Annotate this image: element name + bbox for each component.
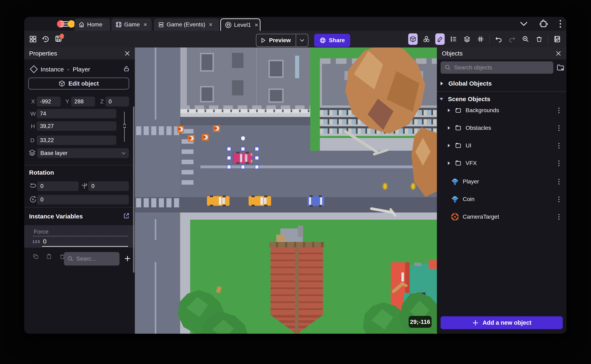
scene-editor-canvas[interactable]: 29;-116 <box>135 47 437 334</box>
tab-game[interactable]: Game × <box>112 19 152 31</box>
scene-properties-icon[interactable] <box>552 33 562 45</box>
view-3d-icon[interactable] <box>408 33 418 45</box>
edit-pencil-icon[interactable] <box>435 33 445 45</box>
variable-value[interactable]: 0 <box>43 238 46 245</box>
undo-icon[interactable] <box>494 33 503 45</box>
extensions-icon[interactable] <box>539 19 548 28</box>
crate-obstacle[interactable] <box>202 134 209 141</box>
objects-search-input[interactable]: Search objects <box>441 61 553 74</box>
search-icon <box>445 65 451 71</box>
rotation-y-input[interactable]: 0 <box>88 181 129 191</box>
row-menu-icon[interactable] <box>558 196 559 202</box>
traffic-light-minimize[interactable] <box>68 20 75 28</box>
layers-icon[interactable] <box>462 33 472 45</box>
row-menu-icon[interactable] <box>558 143 559 149</box>
instances-list-icon[interactable] <box>449 33 458 45</box>
link-whd-icon[interactable] <box>122 123 127 129</box>
rotation-z-input[interactable]: 0 <box>37 195 129 205</box>
h-input[interactable]: 39,27 <box>37 121 116 131</box>
coin[interactable] <box>382 183 388 190</box>
objects-panel: Objects Search objects Global Objects Sc… <box>437 47 566 334</box>
selection-handle[interactable] <box>227 147 231 151</box>
object-row-player[interactable]: Player <box>437 175 566 189</box>
layer-select[interactable]: Base layer <box>37 148 129 158</box>
folder-row-ui[interactable]: UI <box>437 138 566 153</box>
tab-home[interactable]: Home <box>74 19 110 31</box>
preview-button[interactable]: Preview <box>256 34 308 47</box>
crate-obstacle[interactable] <box>188 135 194 142</box>
folder-row-vfx[interactable]: VFX <box>437 156 566 170</box>
objects-cubes-icon[interactable] <box>422 33 431 45</box>
taxi-car[interactable] <box>207 195 230 206</box>
kebab-menu-icon[interactable] <box>560 20 561 28</box>
taxi-car[interactable] <box>249 195 271 206</box>
zoom-in-icon[interactable] <box>521 33 530 45</box>
d-input[interactable]: 33,22 <box>37 136 116 145</box>
selection-handle[interactable] <box>227 165 231 169</box>
tab-game-events[interactable]: Game (Events) × <box>154 19 219 31</box>
copy-icon[interactable] <box>33 254 39 260</box>
crate-obstacle[interactable] <box>177 126 184 133</box>
selection-handle[interactable] <box>255 147 259 151</box>
open-variables-icon[interactable] <box>123 213 130 219</box>
row-menu-icon[interactable] <box>558 161 559 166</box>
row-menu-icon[interactable] <box>558 125 559 131</box>
variable-name[interactable]: Force <box>34 228 49 235</box>
variables-search-input[interactable]: Searc... <box>64 252 120 266</box>
scrollbar-thumb[interactable] <box>133 106 134 273</box>
unlock-icon[interactable] <box>123 65 130 72</box>
object-row-coin[interactable]: Coin <box>437 192 566 206</box>
row-menu-icon[interactable] <box>558 214 559 220</box>
add-object-button[interactable]: Add a new object <box>441 316 563 329</box>
w-input[interactable]: 74 <box>37 109 116 118</box>
selection-handle[interactable] <box>255 156 259 160</box>
add-variable-icon[interactable] <box>124 255 131 262</box>
z-label: Z <box>100 98 104 105</box>
variable-row[interactable]: Force 123 0 <box>24 225 135 248</box>
tab-close-icon[interactable]: × <box>143 21 147 28</box>
player-car-selected[interactable] <box>232 151 253 164</box>
close-icon[interactable] <box>555 50 562 57</box>
crosswalk-bar <box>182 170 193 175</box>
grid-icon[interactable] <box>476 33 485 45</box>
object-row-cameratarget[interactable]: CameraTarget <box>437 210 566 224</box>
z-input[interactable]: 0 <box>105 97 129 106</box>
rotation-x-input[interactable]: 0 <box>37 181 79 191</box>
menu-icon[interactable] <box>60 21 68 27</box>
selection-handle[interactable] <box>227 156 231 160</box>
close-icon[interactable] <box>124 50 131 57</box>
link-line <box>124 129 125 142</box>
paste-icon[interactable] <box>46 254 52 260</box>
tab-level1[interactable]: Level1 × <box>220 19 260 31</box>
rotate-handle[interactable] <box>241 136 245 140</box>
selection-handle[interactable] <box>241 147 245 151</box>
blue-car[interactable] <box>307 195 324 207</box>
crate-obstacle[interactable] <box>213 125 220 132</box>
chevron-down-icon[interactable] <box>520 21 528 26</box>
global-objects-group[interactable]: Global Objects <box>437 78 566 89</box>
share-button[interactable]: Share <box>314 34 350 47</box>
layout-icon[interactable] <box>29 35 37 43</box>
selection-handle[interactable] <box>255 165 259 169</box>
y-input[interactable]: 288 <box>71 97 95 106</box>
edit-object-button[interactable]: Edit object <box>28 78 129 90</box>
tab-close-icon[interactable]: × <box>255 21 259 28</box>
row-menu-icon[interactable] <box>558 108 559 113</box>
add-folder-icon[interactable] <box>556 64 564 72</box>
x-input[interactable]: -992 <box>37 97 61 106</box>
history-icon[interactable] <box>42 35 50 43</box>
folder-row-backgrounds[interactable]: Backgrounds <box>437 103 566 117</box>
divider <box>24 165 135 165</box>
folder-row-obstacles[interactable]: Obstacles <box>437 121 566 135</box>
tab-close-icon[interactable]: × <box>209 21 212 28</box>
redo-icon[interactable] <box>507 33 517 45</box>
folder-label: Obstacles <box>465 125 491 131</box>
building-block-left[interactable] <box>180 47 310 117</box>
brick-tower[interactable] <box>268 226 324 334</box>
row-menu-icon[interactable] <box>558 179 559 184</box>
coin[interactable] <box>411 183 416 190</box>
selection-handle[interactable] <box>241 165 245 169</box>
chevron-right-icon <box>447 161 451 165</box>
delete-icon[interactable] <box>534 33 544 45</box>
preview-dropdown-icon[interactable] <box>300 39 304 42</box>
